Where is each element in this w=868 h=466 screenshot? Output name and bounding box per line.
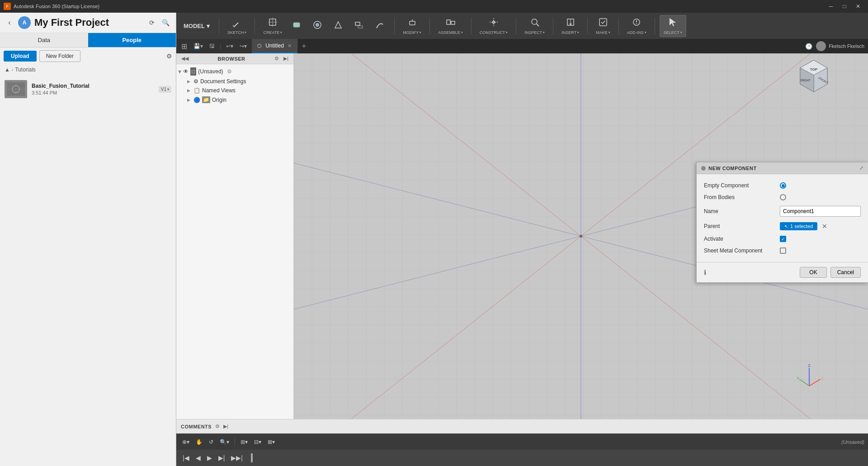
sketch-tool-button[interactable]: SKETCH ▾ (224, 15, 250, 37)
tree-arrow-views: ▶ (187, 88, 192, 93)
tree-item-origin[interactable]: ▶ 🔵 📁 Origin (176, 95, 293, 105)
timeline-forward-button[interactable]: ▶| (217, 453, 227, 462)
timeline-back-button[interactable]: ◀ (194, 453, 203, 462)
tree-item-named-views[interactable]: ▶ 📋 Named Views (176, 86, 293, 95)
zoom-button[interactable]: 🔍▾ (217, 437, 231, 447)
toolbar-construct-group: CONSTRUCT ▾ (473, 15, 514, 37)
canvas-area[interactable]: TOP FRONT RIGHT Z X Y (294, 53, 868, 419)
name-input[interactable] (780, 206, 861, 217)
svg-marker-12 (335, 22, 341, 28)
maximize-button[interactable]: □ (838, 1, 851, 11)
tree-item-doc-settings[interactable]: ▶ ⚙ Document Settings (176, 77, 293, 86)
active-document-tab[interactable]: ⬡ Untitled ✕ (252, 39, 297, 53)
browser-collapse-button[interactable]: ◀◀ (180, 55, 190, 62)
svg-line-40 (809, 379, 821, 386)
empty-component-radio[interactable] (780, 182, 786, 189)
lock-icon: ⚙ (227, 68, 232, 75)
modify-tool-button[interactable]: MODIFY ▾ (399, 15, 425, 37)
grid-button[interactable]: ⊟▾ (252, 437, 264, 447)
add-tab-button[interactable]: + (297, 42, 311, 50)
toolbar-insert-group: INSERT ▾ (555, 15, 585, 37)
select-tool-button[interactable]: SELECT ▾ (660, 15, 686, 37)
back-button[interactable]: ‹ (5, 18, 14, 28)
dialog-expand-button[interactable]: ⤢ (859, 165, 863, 171)
construct-tool-button[interactable]: CONSTRUCT ▾ (476, 15, 512, 37)
tree-item-root[interactable]: ▾ 👁 □ (Unsaved) ⚙ (176, 66, 293, 77)
activate-label: Activate (704, 236, 776, 242)
browser-collapse-right-button[interactable]: ▶| (282, 55, 290, 62)
model-mode-button[interactable]: MODEL ▾ (179, 21, 214, 31)
tree-root-label: (Unsaved) (198, 68, 223, 75)
settings-button[interactable]: ⚙ (166, 52, 172, 60)
make-label: MAKE ▾ (596, 30, 610, 35)
dialog-footer: ℹ OK Cancel (697, 262, 868, 282)
breadcrumb-home[interactable]: ▲ (5, 67, 10, 73)
construct-label: CONSTRUCT ▾ (480, 30, 508, 35)
view-cube[interactable]: TOP FRONT RIGHT (796, 58, 832, 94)
toolbar-separator-6 (516, 18, 516, 34)
comments-expand-button[interactable]: ▶| (223, 423, 228, 429)
insert-label: INSERT ▾ (561, 30, 579, 35)
orbit-button[interactable]: ⊕▾ (180, 437, 192, 447)
addins-icon (632, 17, 642, 29)
pan-button[interactable]: ✋ (193, 437, 205, 447)
make-tool-button[interactable]: MAKE ▾ (592, 15, 614, 37)
new-component-dialog: NEW COMPONENT ⤢ Empty Component From Bod… (696, 162, 868, 283)
parent-selected-badge[interactable]: ↖ 1 selected (780, 222, 817, 230)
surface-tool-button[interactable] (328, 18, 348, 34)
tree-doc-settings-label: Document Settings (200, 78, 246, 85)
tree-named-views-label: Named Views (202, 87, 236, 94)
svg-line-24 (537, 24, 539, 26)
svg-text:RIGHT: RIGHT (801, 79, 811, 82)
right-area: MODEL ▾ SKETCH ▾ (176, 13, 868, 466)
save-local-button[interactable]: 🖫 (207, 42, 217, 51)
timeline-start-button[interactable]: |◀ (181, 453, 191, 462)
insert-tool-button[interactable]: INSERT ▾ (558, 15, 583, 37)
timeline-end-button[interactable]: ▶▶| (229, 453, 245, 462)
sweep-tool-button[interactable] (370, 18, 390, 34)
from-bodies-radio[interactable] (780, 194, 786, 200)
redo-button[interactable]: ↪▾ (237, 42, 249, 51)
visual-button[interactable]: ⊠▾ (265, 437, 277, 447)
upload-button[interactable]: Upload (4, 51, 37, 62)
display-mode-button[interactable]: ⊞▾ (238, 437, 250, 447)
tab-close-button[interactable]: ✕ (288, 43, 292, 49)
addins-tool-button[interactable]: ADD-INS ▾ (623, 15, 650, 37)
new-folder-button[interactable]: New Folder (39, 50, 80, 62)
solid-tool-button[interactable] (287, 18, 307, 34)
create-tool-button[interactable]: CREATE ▾ (259, 15, 286, 37)
minimize-button[interactable]: ─ (825, 1, 837, 11)
save-button[interactable]: 💾▾ (191, 42, 205, 51)
ok-button[interactable]: OK (800, 267, 826, 278)
cancel-button[interactable]: Cancel (830, 267, 861, 278)
project-header: ‹ A My First Project ⟳ 🔍 (0, 13, 176, 33)
addins-label: ADD-INS ▾ (627, 30, 646, 35)
close-button[interactable]: ✕ (852, 1, 864, 11)
sketch-icon (232, 17, 242, 29)
loft-tool-button[interactable] (349, 18, 369, 34)
parent-clear-button[interactable]: ✕ (821, 223, 828, 230)
people-tab[interactable]: People (88, 33, 176, 47)
info-button[interactable]: ℹ (704, 269, 706, 276)
browser-settings-button[interactable]: ⚙ (273, 55, 280, 62)
assemble-tool-button[interactable]: ASSEMBLE ▾ (434, 15, 467, 37)
undo-button[interactable]: ↩▾ (224, 42, 236, 51)
toolbar-separator-8 (587, 18, 588, 34)
orbit2-button[interactable]: ↺ (207, 437, 216, 447)
history-button[interactable]: 🕐 (805, 43, 812, 50)
make-icon (598, 17, 608, 29)
sheet-metal-checkbox[interactable] (780, 247, 786, 254)
timeline-play-button[interactable]: ▶ (205, 453, 214, 462)
search-button[interactable]: 🔍 (160, 17, 171, 28)
list-item[interactable]: Basic_Fusion_Tutorial 3:51:44 PM V1 ▾ (0, 76, 176, 102)
inspect-tool-button[interactable]: INSPECT ▾ (521, 15, 548, 37)
root-expand-icon: ▾ (178, 68, 181, 75)
breadcrumb-tutorials[interactable]: Tutorials (15, 67, 36, 73)
grid-view-button[interactable]: ⊞ (179, 41, 189, 52)
comments-settings-button[interactable]: ⚙ (215, 423, 220, 429)
tree-origin-label: Origin (212, 97, 226, 103)
revolve-tool-button[interactable] (307, 18, 327, 34)
activate-checkbox[interactable]: ✓ (780, 236, 786, 242)
data-tab[interactable]: Data (0, 33, 88, 47)
refresh-button[interactable]: ⟳ (147, 17, 156, 28)
